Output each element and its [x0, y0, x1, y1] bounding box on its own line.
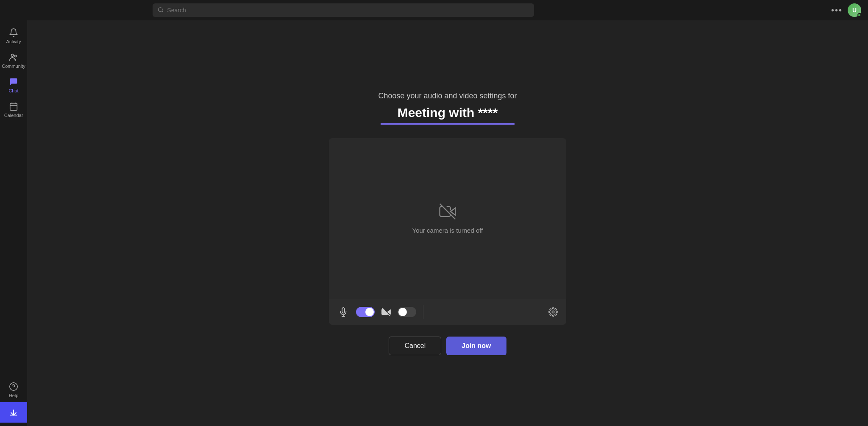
- camera-off-text: Your camera is turned off: [412, 227, 483, 234]
- search-bar[interactable]: [153, 3, 534, 17]
- mic-icon: [339, 307, 348, 317]
- settings-button[interactable]: [547, 306, 559, 318]
- sidebar-item-community[interactable]: Community: [0, 48, 27, 73]
- topbar: ••• U: [0, 0, 868, 20]
- calendar-icon: [9, 102, 18, 111]
- mic-button[interactable]: [336, 304, 351, 320]
- svg-point-8: [10, 383, 17, 390]
- blur-toggle-wrap[interactable]: [398, 307, 416, 317]
- video-area: Your camera is turned off: [329, 138, 566, 299]
- sidebar-item-label: Community: [2, 64, 25, 69]
- sidebar-item-label: Activity: [6, 39, 21, 44]
- content-area: Choose your audio and video settings for…: [27, 20, 868, 426]
- join-button[interactable]: Join now: [446, 337, 506, 355]
- main-layout: Activity Community Chat: [0, 20, 868, 426]
- control-divider: [423, 305, 423, 319]
- cancel-button[interactable]: Cancel: [389, 337, 441, 355]
- video-toggle[interactable]: [356, 307, 375, 317]
- svg-line-1: [162, 11, 163, 12]
- sidebar-bottom: Help: [0, 378, 27, 426]
- svg-point-3: [14, 55, 17, 57]
- download-icon: [9, 408, 18, 417]
- community-icon: [9, 53, 18, 62]
- video-controls: [329, 299, 566, 325]
- topbar-right: ••• U: [831, 3, 861, 17]
- camera-off-icon: [439, 203, 456, 222]
- gear-icon: [548, 307, 558, 317]
- sidebar-item-label: Calendar: [4, 113, 23, 118]
- meeting-title: Meeting with ****: [381, 106, 515, 125]
- toggle-knob: [365, 308, 374, 316]
- blur-toggle[interactable]: [398, 307, 416, 317]
- meeting-subtitle: Choose your audio and video settings for: [378, 92, 517, 100]
- avatar-status: [857, 13, 861, 17]
- action-buttons: Cancel Join now: [389, 337, 506, 355]
- search-input[interactable]: [167, 7, 529, 14]
- download-button[interactable]: [0, 402, 27, 423]
- controls-right: [547, 306, 559, 318]
- svg-point-14: [552, 311, 554, 313]
- help-icon: [9, 382, 18, 391]
- help-label: Help: [9, 393, 19, 398]
- svg-point-2: [11, 54, 14, 57]
- search-icon: [158, 7, 164, 14]
- video-container: Your camera is turned off: [329, 138, 566, 325]
- sidebar-item-chat[interactable]: Chat: [0, 73, 27, 97]
- sidebar-item-activity[interactable]: Activity: [0, 24, 27, 48]
- camera-slash-icon: [381, 307, 391, 317]
- svg-point-0: [159, 7, 162, 11]
- camera-button[interactable]: [380, 306, 392, 318]
- video-toggle-wrap[interactable]: [356, 307, 375, 317]
- chat-icon: [9, 77, 18, 86]
- svg-rect-4: [10, 103, 17, 110]
- sidebar-item-label: Chat: [8, 88, 18, 93]
- sidebar: Activity Community Chat: [0, 20, 27, 426]
- meeting-header: Choose your audio and video settings for…: [378, 92, 517, 125]
- blur-toggle-knob: [398, 308, 407, 316]
- avatar[interactable]: U: [848, 3, 861, 17]
- sidebar-item-calendar[interactable]: Calendar: [0, 97, 27, 122]
- more-button[interactable]: •••: [831, 6, 843, 15]
- sidebar-item-help[interactable]: Help: [0, 378, 27, 402]
- activity-icon: [9, 28, 18, 37]
